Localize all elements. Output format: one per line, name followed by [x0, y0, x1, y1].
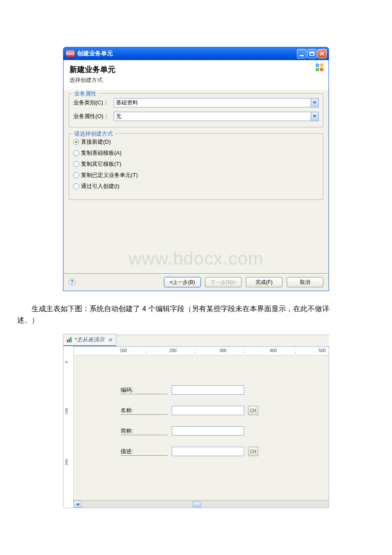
ruler-tick: 200 [64, 459, 69, 465]
close-icon[interactable]: ✕ [108, 337, 112, 343]
editor-area[interactable]: 100 200 300 400 500 编码: 名称: [74, 346, 329, 508]
doc-paragraph: 生成主表如下图：系统自动创建了 4 个编辑字段（另有某些字段未在本界面显示，在此… [17, 303, 332, 326]
svg-rect-3 [320, 68, 323, 71]
name-input[interactable] [172, 406, 244, 415]
ruler-tick: 0 [64, 361, 69, 363]
attribute-value: 无 [114, 113, 311, 120]
radio-label: 通过引入创建(I) [81, 182, 119, 190]
radio-import-create[interactable]: 通过引入创建(I) [73, 182, 319, 190]
category-value: 基础资料 [114, 99, 311, 107]
ruler-tick: 100 [120, 348, 127, 353]
group-legend: 请选择创建方式 [72, 130, 115, 138]
tab-label: *主从表演示 [75, 336, 104, 344]
wizard-body: 业务属性 业务类别(C)： 基础资料 业务属性(O)： 无 [63, 90, 329, 273]
description-input[interactable] [172, 447, 244, 456]
lang-button[interactable]: CH [248, 447, 258, 456]
back-button[interactable]: <上一步(B) [164, 277, 201, 287]
svg-rect-2 [316, 68, 319, 71]
help-icon[interactable]: ? [69, 279, 75, 286]
titlebar[interactable]: BOS 创建业务单元 ✕ [63, 47, 329, 60]
field-label: 编码: [121, 386, 167, 394]
business-properties-group: 业务属性 业务类别(C)： 基础资料 业务属性(O)： 无 [69, 93, 323, 127]
chart-icon [67, 337, 73, 342]
radio-label: 复制基础模板(A) [81, 149, 121, 157]
field-label: 名称: [121, 407, 167, 415]
minimize-button[interactable] [297, 49, 306, 58]
watermark-text: www.bdocx.com [63, 249, 329, 269]
ruler-tick: 100 [64, 408, 69, 414]
radio-copy-defined-unit[interactable]: 复制已定义业务单元(T) [73, 171, 319, 179]
horizontal-scrollbar[interactable]: ◀ [74, 500, 329, 508]
tabstrip: *主从表演示 ✕ [63, 335, 329, 346]
attribute-label: 业务属性(O)： [73, 113, 114, 120]
maximize-button[interactable] [307, 49, 317, 58]
radio-direct-new[interactable]: 直接新建(D) [73, 138, 319, 146]
form-designer: *主从表演示 ✕ 0 100 200 100 200 300 400 [63, 335, 329, 508]
svg-rect-1 [320, 64, 323, 67]
finish-button[interactable]: 完成(F) [246, 277, 282, 287]
field-code[interactable]: 编码: [121, 385, 244, 395]
scroll-left-icon[interactable]: ◀ [74, 500, 81, 508]
radio-copy-base-template[interactable]: 复制基础模板(A) [73, 149, 319, 157]
tab-main-detail-demo[interactable]: *主从表演示 ✕ [63, 334, 116, 346]
horizontal-ruler: 100 200 300 400 500 [74, 346, 329, 356]
field-shortname[interactable]: 简称: [121, 426, 244, 436]
radio-label: 直接新建(D) [81, 138, 111, 146]
cancel-button[interactable]: 取消 [287, 277, 323, 287]
radio-icon[interactable] [73, 172, 79, 178]
radio-label: 复制其它模板(T) [81, 160, 121, 168]
wizard-header: 新建业务单元 选择创建方式 [63, 60, 329, 90]
radio-copy-other-template[interactable]: 复制其它模板(T) [73, 160, 319, 168]
radio-label: 复制已定义业务单元(T) [81, 171, 138, 179]
shortname-input[interactable] [172, 426, 244, 436]
field-name[interactable]: 名称: CH [121, 406, 258, 415]
page-subtitle: 选择创建方式 [69, 76, 323, 84]
group-legend: 业务属性 [72, 90, 98, 98]
attribute-dropdown[interactable]: 无 [114, 112, 319, 121]
radio-icon[interactable] [73, 150, 79, 156]
page-title: 新建业务单元 [69, 64, 323, 75]
app-icon: BOS [66, 50, 75, 57]
lang-button[interactable]: CH [248, 406, 258, 415]
radio-icon[interactable] [73, 183, 79, 189]
create-mode-group: 请选择创建方式 直接新建(D) 复制基础模板(A) 复制其它模板(T) 复制已定… [69, 133, 323, 200]
chevron-down-icon[interactable] [311, 112, 318, 121]
ruler-tick: 300 [219, 348, 227, 353]
field-description[interactable]: 描述: CH [121, 447, 258, 456]
ruler-tick: 400 [270, 348, 277, 353]
ruler-tick: 200 [170, 348, 177, 353]
category-label: 业务类别(C)： [73, 99, 114, 107]
wizard-icon [316, 64, 324, 72]
radio-icon[interactable] [73, 139, 79, 145]
next-button[interactable]: 下一步(N)> [205, 277, 242, 287]
wizard-footer: ? <上一步(B) 下一步(N)> 完成(F) 取消 [63, 273, 329, 291]
field-label: 简称: [121, 427, 167, 435]
scroll-track[interactable] [81, 500, 329, 508]
radio-icon[interactable] [73, 161, 79, 167]
field-label: 描述: [121, 448, 167, 456]
create-business-unit-dialog: BOS 创建业务单元 ✕ 新建业务单元 选择创建方式 业务属性 业务类别(C)： [63, 47, 329, 291]
window-title: 创建业务单元 [77, 50, 297, 58]
design-canvas: 0 100 200 100 200 300 400 500 [63, 346, 329, 508]
svg-rect-0 [316, 64, 319, 67]
code-input[interactable] [172, 385, 244, 395]
chevron-down-icon[interactable] [311, 98, 318, 107]
category-dropdown[interactable]: 基础资料 [114, 98, 319, 107]
vertical-ruler: 0 100 200 [63, 346, 74, 508]
scroll-thumb[interactable] [193, 501, 201, 507]
close-button[interactable]: ✕ [317, 49, 327, 58]
ruler-tick: 500 [319, 348, 326, 353]
